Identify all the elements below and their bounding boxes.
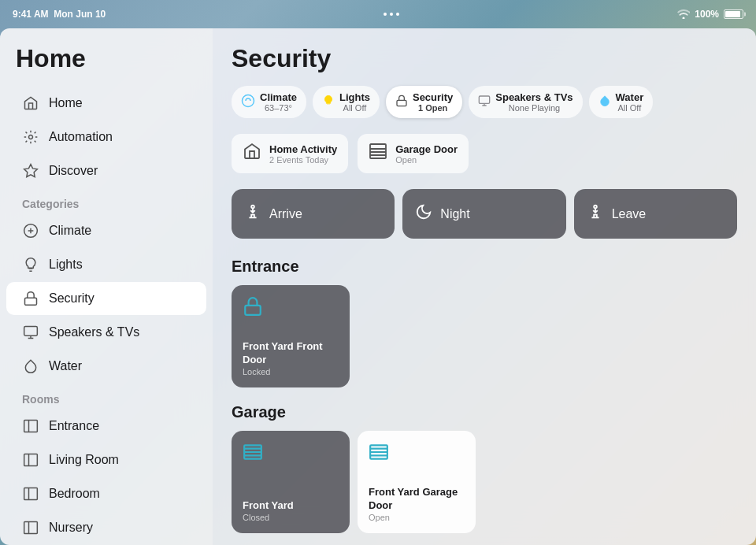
scene-leave[interactable]: Leave — [574, 189, 737, 239]
climate-icon — [22, 222, 39, 239]
garage-door-title: Garage Door — [395, 143, 458, 155]
garage-section-title: Garage — [232, 403, 737, 421]
sidebar-automation-label: Automation — [49, 130, 113, 144]
sidebar-speakers-label: Speakers & TVs — [49, 325, 139, 339]
climate-tab-label: Climate — [260, 91, 297, 103]
night-icon — [415, 203, 432, 224]
status-time: 9:41 AM Mon Jun 10 — [13, 9, 106, 20]
category-tabs: Climate 63–73° Lights All Off — [232, 86, 737, 118]
svg-rect-4 — [24, 421, 38, 432]
water-tab-label: Water — [616, 91, 644, 103]
speakers-icon — [22, 324, 39, 341]
front-yard-card[interactable]: Front Yard Closed — [232, 431, 350, 533]
dot-3 — [396, 13, 399, 16]
leave-label: Leave — [612, 207, 647, 221]
garage-door-status: Open — [369, 513, 465, 522]
battery-fill — [725, 11, 740, 17]
svg-rect-9 — [397, 100, 406, 106]
garage-devices: Front Yard Closed Front Yard Garage Door… — [232, 431, 737, 533]
room-entrance-icon — [22, 417, 39, 435]
tab-lights[interactable]: Lights All Off — [313, 86, 380, 118]
scene-night[interactable]: Night — [402, 189, 565, 239]
svg-rect-6 — [24, 488, 38, 500]
svg-rect-3 — [24, 327, 38, 336]
sidebar-item-water[interactable]: Water — [6, 350, 206, 383]
svg-marker-1 — [24, 165, 38, 177]
automation-icon — [22, 128, 39, 146]
security-tab-icon — [395, 95, 408, 109]
speakers-tab-sub: None Playing — [495, 103, 573, 113]
sidebar-climate-label: Climate — [49, 224, 91, 238]
front-door-icon — [243, 296, 339, 321]
sidebar-item-home[interactable]: Home — [6, 87, 206, 120]
water-tab-sub: All Off — [616, 103, 644, 113]
sidebar-security-label: Security — [49, 291, 94, 306]
status-center — [384, 13, 399, 16]
speakers-tab-icon — [478, 95, 491, 109]
sidebar-item-speakers[interactable]: Speakers & TVs — [6, 316, 206, 349]
sidebar-item-security[interactable]: Security — [6, 282, 206, 315]
arrive-icon — [244, 203, 261, 224]
svg-rect-14 — [245, 306, 261, 315]
tab-speakers[interactable]: Speakers & TVs None Playing — [469, 86, 582, 118]
sidebar-room-entrance[interactable]: Entrance — [6, 410, 206, 443]
night-label: Night — [440, 207, 469, 221]
arrive-label: Arrive — [269, 207, 302, 221]
status-right: 100% — [677, 9, 743, 20]
tab-climate[interactable]: Climate 63–73° — [232, 86, 306, 118]
scene-row: Arrive Night Leave — [232, 189, 737, 239]
garage-summary-icon — [369, 142, 387, 165]
tab-water[interactable]: Water All Off — [589, 86, 654, 118]
sidebar-item-discover[interactable]: Discover — [6, 154, 206, 187]
svg-rect-7 — [24, 522, 38, 534]
leave-icon — [587, 203, 604, 224]
scene-arrive[interactable]: Arrive — [232, 189, 395, 239]
sidebar-item-climate[interactable]: Climate — [6, 214, 206, 247]
security-tab-sub: 1 Open — [413, 103, 453, 113]
home-activity-icon — [243, 142, 261, 165]
home-activity-title: Home Activity — [269, 143, 337, 155]
svg-point-13 — [594, 206, 597, 209]
dot-2 — [390, 13, 393, 16]
room-bedroom-icon — [22, 485, 39, 502]
front-yard-icon — [243, 442, 339, 467]
discover-icon — [22, 162, 39, 180]
summary-home-activity[interactable]: Home Activity 2 Events Today — [232, 134, 348, 173]
svg-rect-5 — [24, 454, 38, 466]
entrance-devices: Front Yard Front Door Locked — [232, 285, 737, 387]
battery-tip — [744, 13, 746, 17]
svg-rect-11 — [370, 144, 386, 158]
front-yard-status: Closed — [243, 513, 339, 522]
front-yard-name: Front Yard — [243, 499, 339, 513]
security-tab-label: Security — [413, 91, 453, 103]
front-door-card[interactable]: Front Yard Front Door Locked — [232, 285, 350, 387]
garage-door-name: Front Yard Garage Door — [369, 486, 465, 513]
battery-icon — [724, 9, 743, 19]
room-nursery-icon — [22, 519, 39, 536]
sidebar-home-label: Home — [49, 96, 83, 110]
sidebar-water-label: Water — [49, 359, 82, 373]
main-content: Security Climate 63–73° — [213, 28, 756, 545]
security-icon — [22, 290, 39, 307]
lights-tab-label: Lights — [339, 91, 370, 103]
tab-security[interactable]: Security 1 Open — [386, 86, 462, 118]
lights-icon — [22, 256, 39, 273]
battery-percent: 100% — [695, 9, 719, 20]
summary-garage-door[interactable]: Garage Door Open — [358, 134, 469, 173]
water-tab-icon — [598, 95, 611, 109]
front-door-status: Locked — [243, 367, 339, 376]
climate-tab-icon — [241, 94, 255, 110]
svg-rect-10 — [480, 96, 490, 103]
garage-door-card[interactable]: Front Yard Garage Door Open — [358, 431, 476, 533]
summary-row: Home Activity 2 Events Today Garage Door… — [232, 134, 737, 173]
lights-tab-sub: All Off — [339, 103, 370, 113]
sidebar-item-lights[interactable]: Lights — [6, 248, 206, 281]
speakers-tab-label: Speakers & TVs — [495, 91, 573, 103]
sidebar-room-nursery[interactable]: Nursery — [6, 511, 206, 544]
sidebar-room-living[interactable]: Living Room — [6, 443, 206, 476]
wifi-icon — [677, 9, 690, 19]
sidebar-room-bedroom[interactable]: Bedroom — [6, 477, 206, 510]
climate-tab-sub: 63–73° — [260, 103, 297, 113]
sidebar-item-automation[interactable]: Automation — [6, 120, 206, 154]
home-icon — [22, 95, 39, 112]
